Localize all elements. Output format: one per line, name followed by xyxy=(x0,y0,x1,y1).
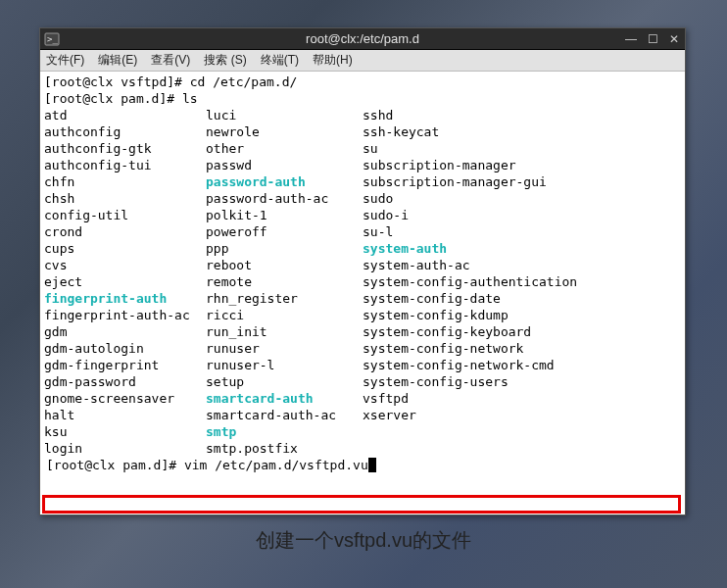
file-entry: newrole xyxy=(206,123,363,140)
file-entry: halt xyxy=(44,407,206,423)
listing-row: ejectremotesystem-config-authentication xyxy=(44,273,681,290)
listing-row: atdlucisshd xyxy=(44,107,681,123)
file-entry: su xyxy=(363,140,681,157)
file-entry: rhn_register xyxy=(206,290,363,307)
titlebar[interactable]: >_ root@clx:/etc/pam.d — ☐ ✕ xyxy=(40,28,685,50)
file-entry: ssh-keycat xyxy=(363,123,681,140)
menu-terminal[interactable]: 终端(T) xyxy=(261,52,299,69)
listing-row: gdm-passwordsetupsystem-config-users xyxy=(44,373,681,390)
file-entry: other xyxy=(206,140,363,157)
file-entry xyxy=(363,440,681,457)
file-entry: smartcard-auth xyxy=(206,390,363,407)
app-icon: >_ xyxy=(44,31,60,47)
maximize-button[interactable]: ☐ xyxy=(646,32,659,46)
file-entry: cups xyxy=(44,240,206,257)
file-entry: system-auth-ac xyxy=(363,257,681,273)
listing-row: chfnpassword-authsubscription-manager-gu… xyxy=(44,173,681,190)
listing-row: authconfig-tuipasswdsubscription-manager xyxy=(44,157,681,173)
menu-search[interactable]: 搜索 (S) xyxy=(204,52,246,69)
file-entry: sudo-i xyxy=(363,207,681,223)
file-entry: vsftpd xyxy=(363,390,681,407)
file-entry: smtp xyxy=(206,423,363,440)
file-entry: password-auth-ac xyxy=(206,190,363,207)
file-entry: gdm-fingerprint xyxy=(44,357,206,373)
listing-row: crondpoweroffsu-l xyxy=(44,223,681,240)
terminal-area[interactable]: [root@clx vsftpd]# cd /etc/pam.d/ [root@… xyxy=(40,72,685,514)
file-entry: poweroff xyxy=(206,223,363,240)
file-entry: atd xyxy=(44,107,206,123)
listing-row: fingerprint-authrhn_registersystem-confi… xyxy=(44,290,681,307)
file-entry: runuser-l xyxy=(206,357,363,373)
listing-row: ksusmtp xyxy=(44,423,681,440)
command-line[interactable]: [root@clx pam.d]# vim /etc/pam.d/vsftpd.… xyxy=(44,457,681,473)
prompt: [root@clx pam.d]# xyxy=(46,458,184,472)
file-entry: setup xyxy=(206,373,363,390)
file-entry xyxy=(363,423,681,440)
file-entry: sudo xyxy=(363,190,681,207)
file-entry: eject xyxy=(44,273,206,290)
listing-row: cvsrebootsystem-auth-ac xyxy=(44,257,681,273)
file-entry: fingerprint-auth-ac xyxy=(44,307,206,323)
terminal-window: >_ root@clx:/etc/pam.d — ☐ ✕ 文件(F) 编辑(E)… xyxy=(39,27,686,515)
file-entry: password-auth xyxy=(206,173,363,190)
file-entry: cvs xyxy=(44,257,206,273)
command-text: vim /etc/pam.d/vsftpd.vu xyxy=(184,458,368,472)
file-entry: system-config-authentication xyxy=(363,273,681,290)
file-entry: gdm-autologin xyxy=(44,340,206,357)
minimize-button[interactable]: — xyxy=(624,32,638,46)
file-entry: ricci xyxy=(206,307,363,323)
menu-edit[interactable]: 编辑(E) xyxy=(98,52,137,69)
file-entry: runuser xyxy=(206,340,363,357)
menu-view[interactable]: 查看(V) xyxy=(151,52,190,69)
listing-row: gdm-fingerprintrunuser-lsystem-config-ne… xyxy=(44,357,681,373)
file-entry: system-config-kdump xyxy=(363,307,681,323)
listing-row: gnome-screensaversmartcard-authvsftpd xyxy=(44,390,681,407)
file-entry: system-config-users xyxy=(363,373,681,390)
file-entry: chsh xyxy=(44,190,206,207)
file-entry: system-config-date xyxy=(363,290,681,307)
file-entry: luci xyxy=(206,107,363,123)
file-entry: chfn xyxy=(44,173,206,190)
file-entry: login xyxy=(44,440,206,457)
file-entry: gdm-password xyxy=(44,373,206,390)
window-title: root@clx:/etc/pam.d xyxy=(306,31,419,46)
file-entry: subscription-manager-gui xyxy=(363,173,681,190)
cursor xyxy=(368,458,376,472)
listing-row: config-utilpolkit-1sudo-i xyxy=(44,207,681,223)
file-entry: system-config-keyboard xyxy=(363,323,681,340)
listing-row: loginsmtp.postfix xyxy=(44,440,681,457)
svg-text:>_: >_ xyxy=(47,34,58,44)
file-entry: su-l xyxy=(363,223,681,240)
file-entry: crond xyxy=(44,223,206,240)
listing-row: haltsmartcard-auth-acxserver xyxy=(44,407,681,423)
menu-file[interactable]: 文件(F) xyxy=(46,52,84,69)
listing-row: authconfig-gtkothersu xyxy=(44,140,681,157)
file-entry: remote xyxy=(206,273,363,290)
file-entry: gnome-screensaver xyxy=(44,390,206,407)
file-entry: system-auth xyxy=(363,240,681,257)
file-entry: polkit-1 xyxy=(206,207,363,223)
file-entry: ksu xyxy=(44,423,206,440)
menu-help[interactable]: 帮助(H) xyxy=(313,52,353,69)
file-entry: xserver xyxy=(363,407,681,423)
terminal-line: [root@clx vsftpd]# cd /etc/pam.d/ xyxy=(44,74,681,90)
listing-row: chshpassword-auth-acsudo xyxy=(44,190,681,207)
file-entry: smtp.postfix xyxy=(206,440,363,457)
close-button[interactable]: ✕ xyxy=(667,32,681,46)
file-entry: subscription-manager xyxy=(363,157,681,173)
listing-row: fingerprint-auth-acriccisystem-config-kd… xyxy=(44,307,681,323)
file-entry: fingerprint-auth xyxy=(44,290,206,307)
annotation-caption: 创建一个vsftpd.vu的文件 xyxy=(0,527,727,554)
file-entry: authconfig xyxy=(44,123,206,140)
file-listing: atdlucisshdauthconfignewrolessh-keycatau… xyxy=(44,107,681,457)
file-entry: gdm xyxy=(44,323,206,340)
file-entry: authconfig-tui xyxy=(44,157,206,173)
file-entry: authconfig-gtk xyxy=(44,140,206,157)
file-entry: run_init xyxy=(206,323,363,340)
listing-row: authconfignewrolessh-keycat xyxy=(44,123,681,140)
listing-row: gdm-autologinrunusersystem-config-networ… xyxy=(44,340,681,357)
terminal-line: [root@clx pam.d]# ls xyxy=(44,90,681,107)
listing-row: gdmrun_initsystem-config-keyboard xyxy=(44,323,681,340)
file-entry: smartcard-auth-ac xyxy=(206,407,363,423)
file-entry: config-util xyxy=(44,207,206,223)
